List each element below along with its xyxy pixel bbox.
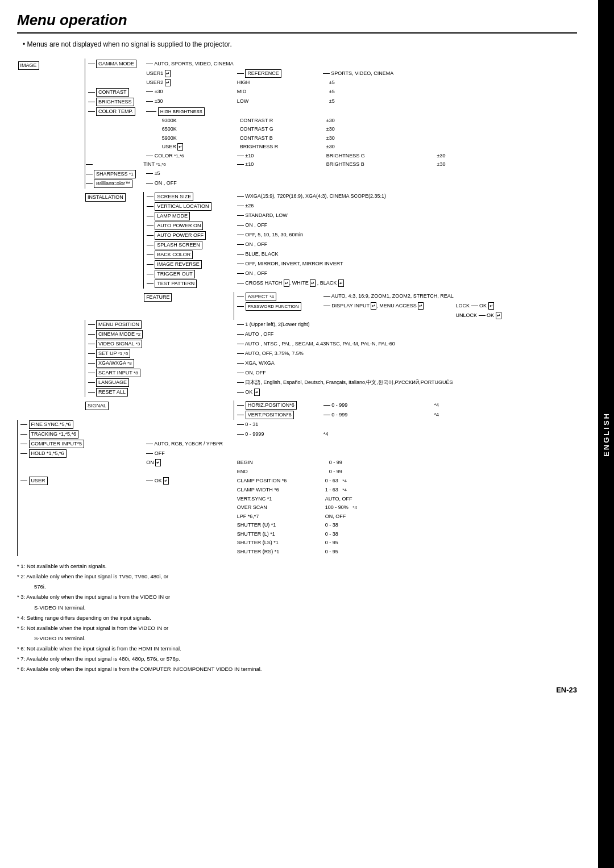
enter-icon4: ↵ (496, 312, 501, 319)
table-row: USER ↵ BRIGHTNESS R ±30 (18, 143, 502, 152)
low-values: ±5 (329, 98, 335, 104)
signal-label: SIGNAL (85, 402, 109, 410)
table-row: 5900K CONTRAST B ±30 (18, 134, 502, 143)
connector (479, 315, 486, 316)
vert-loc-label: VERTICAL LOCATION (155, 202, 211, 211)
test-pattern-label: TEST PATTERN (155, 279, 197, 288)
table-row: SET UP *1,*6 AUTO, OFF, 3.75%, 7.5% (18, 349, 502, 358)
brightness-label: BRIGHTNESS (96, 98, 134, 106)
fine-sync-values: 0 - 31 (245, 422, 258, 427)
sharpness-label: SHARPNESS *1 (94, 170, 136, 178)
xga-wxga-values: XGA, WXGA (245, 360, 275, 366)
brilliantcolor-values: ON , OFF (155, 180, 177, 186)
connector (147, 197, 154, 197)
menu-position-values: 1 (Upper left), 2(Lower right) (245, 322, 309, 327)
reset-all-label: RESET ALL (96, 388, 128, 397)
connector (146, 91, 153, 92)
enter-icon3: ↵ (488, 302, 494, 310)
tint-label: TINT *1,*6 (143, 161, 166, 167)
footnote-6: * 6: Not available when the input signal… (17, 644, 577, 653)
connector (20, 424, 27, 425)
connector (146, 481, 153, 481)
clamp-width-note: *4 (342, 487, 347, 493)
table-row: USER2 ↵ HIGH ±5 (18, 78, 502, 87)
aspect-label: ASPECT *4 (246, 293, 276, 301)
horiz-pos-values: 0 - 999 (331, 402, 347, 408)
ok2-label: OK ↵ (487, 312, 501, 318)
enter-icon2: ↵ (418, 302, 424, 310)
enter-icon: ↵ (155, 459, 161, 466)
connector (237, 363, 244, 364)
table-row: BrilliantColor™ ON , OFF (18, 179, 502, 189)
table-row: SIGNAL HORIZ.POSITION*6 0 - 999 *4 (18, 400, 502, 410)
fine-sync-label: FINE SYNC.*5,*6 (29, 420, 73, 429)
connector (20, 434, 27, 435)
connector (86, 164, 93, 165)
table-row: 9300K CONTRAST R ±30 (18, 116, 502, 126)
password-function-values: DISPLAY INPUT ↵, MENU ACCESS ↵ (331, 303, 424, 308)
sidebar-english: ENGLISH (598, 0, 614, 868)
enter-icon3: ↵ (338, 279, 344, 287)
lamp-mode-values: STANDARD, LOW (245, 212, 287, 218)
user-enter-label: USER ↵ (162, 144, 184, 149)
feature-label: FEATURE (144, 293, 172, 302)
video-signal-values: AUTO , NTSC , PAL , SECAM, 4.43NTSC, PAL… (245, 341, 395, 347)
footnote-3b: S-VIDEO IN terminal. (17, 603, 577, 612)
brightness-b-values: ±30 (437, 161, 445, 167)
connector (323, 296, 330, 297)
gamma-mode-label: GAMMA MODE (96, 60, 136, 68)
contrast-b-values: ±30 (326, 135, 335, 141)
auto-power-on-values: ON , OFF (245, 222, 267, 228)
trigger-out-label: TRIGGER OUT (155, 270, 195, 278)
connector (237, 297, 244, 297)
enter-icon: ↵ (371, 302, 376, 310)
enter-icon: ↵ (254, 389, 260, 396)
connector (237, 392, 244, 393)
connector (146, 173, 153, 174)
setup-values: AUTO, OFF, 3.75%, 7.5% (245, 350, 304, 356)
language-label: LANGUAGE (96, 378, 129, 387)
auto-power-on-label: AUTO POWER ON (155, 222, 203, 230)
table-row: INSTALLATION SCREEN SIZE WXGA(15:9), 720… (18, 192, 502, 202)
page-title: Menu operation (17, 11, 577, 34)
connector (237, 225, 244, 226)
connector (88, 353, 95, 354)
color-star-label: COLOR *1,*6 (155, 153, 184, 158)
setup-label: SET UP *1,*6 (96, 349, 130, 358)
begin-label: BEGIN (237, 460, 253, 465)
hold-on-label: ON ↵ (146, 460, 161, 465)
connector (237, 405, 244, 406)
connector (147, 245, 154, 245)
ok-label: OK ↵ (479, 303, 494, 308)
diagram-table: IMAGE GAMMA MODE AUTO, SPORTS, VIDEO, CI… (17, 59, 502, 556)
shutter-rs-values: 0 - 95 (325, 549, 338, 554)
xga-wxga-label: XGA/WXGA *8 (96, 359, 134, 368)
table-row: SCART INPUT *8 ON, OFF (18, 368, 502, 378)
connector (147, 206, 154, 207)
vert-sync-values: AUTO, OFF (325, 496, 352, 502)
over-scan-note: *4 (352, 505, 357, 510)
table-row: MENU POSITION 1 (Upper left), 2(Lower ri… (18, 320, 502, 329)
footnote-8: * 8: Available only when the input signa… (17, 665, 577, 674)
enter-icon2: ↵ (310, 279, 316, 287)
horiz-pos-note: *4 (434, 402, 439, 408)
aspect-values: AUTO, 4:3, 16:9, ZOOM1, ZOOM2, STRETCH, … (331, 293, 454, 299)
footnote-7: * 7: Available only when the input signa… (17, 654, 577, 663)
connector (20, 481, 27, 481)
connector (237, 206, 244, 206)
vert-loc-values: ±26 (245, 203, 254, 208)
connector (471, 306, 478, 306)
table-row: RESET ALL OK ↵ (18, 387, 502, 397)
low-label: LOW (237, 98, 249, 104)
table-row: IMAGE GAMMA MODE AUTO, SPORTS, VIDEO, CI… (18, 59, 502, 69)
table-row: SHARPNESS *1 ±5 (18, 169, 502, 179)
connector (88, 363, 95, 364)
image-reverse-label: IMAGE REVERSE (155, 260, 202, 269)
connector (146, 64, 153, 64)
connector (323, 306, 330, 306)
vert-pos-note: *4 (434, 412, 439, 418)
high-label: HIGH (237, 80, 250, 85)
screen-size-values: WXGA(15:9), 720P(16:9), XGA(4:3), CINEMA… (245, 193, 386, 199)
enter-icon: ↵ (163, 477, 169, 485)
over-scan-values: 100 - 90% (325, 504, 349, 510)
